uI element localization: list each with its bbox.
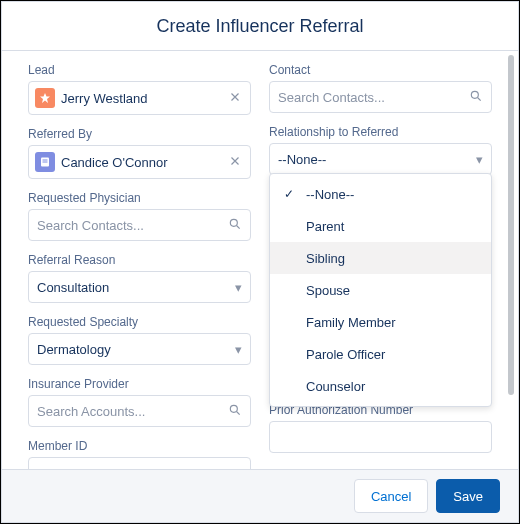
referral-reason-label: Referral Reason — [28, 253, 251, 267]
referred-by-remove-icon[interactable] — [226, 154, 244, 171]
req-physician-placeholder: Search Contacts... — [37, 218, 228, 233]
referred-by-pill[interactable]: Candice O'Connor — [28, 145, 251, 179]
relationship-picklist[interactable]: --None-- ▾ — [269, 143, 492, 175]
relationship-dropdown: --None--ParentSiblingSpouseFamily Member… — [269, 173, 492, 407]
member-id-input[interactable] — [28, 457, 251, 469]
svg-rect-2 — [43, 160, 48, 161]
svg-point-8 — [471, 91, 478, 98]
modal-header: Create Influencer Referral — [2, 2, 518, 51]
caret-down-icon: ▾ — [476, 152, 483, 167]
relationship-option[interactable]: Parole Officer — [270, 338, 491, 370]
lead-label: Lead — [28, 63, 251, 77]
referral-reason-value: Consultation — [37, 280, 109, 295]
relationship-option[interactable]: Sibling — [270, 242, 491, 274]
req-specialty-label: Requested Specialty — [28, 315, 251, 329]
caret-down-icon: ▾ — [235, 280, 242, 295]
svg-line-7 — [237, 411, 240, 414]
relationship-option[interactable]: Parent — [270, 210, 491, 242]
relationship-value: --None-- — [278, 152, 326, 167]
svg-point-6 — [230, 405, 237, 412]
modal-body: Lead Jerry Westland — [2, 51, 518, 469]
req-specialty-picklist[interactable]: Dermatology ▾ — [28, 333, 251, 365]
search-icon — [228, 403, 242, 420]
insurance-placeholder: Search Accounts... — [37, 404, 228, 419]
svg-rect-3 — [43, 162, 48, 163]
member-id-label: Member ID — [28, 439, 251, 453]
right-column: Contact Search Contacts... Relationship … — [269, 63, 492, 469]
referred-by-label: Referred By — [28, 127, 251, 141]
lead-value: Jerry Westland — [61, 91, 220, 106]
relationship-label: Relationship to Referred — [269, 125, 492, 139]
caret-down-icon: ▾ — [235, 342, 242, 357]
contact-icon — [35, 152, 55, 172]
req-physician-label: Requested Physician — [28, 191, 251, 205]
req-physician-input[interactable]: Search Contacts... — [28, 209, 251, 241]
lead-icon — [35, 88, 55, 108]
svg-line-9 — [478, 97, 481, 100]
modal-title: Create Influencer Referral — [156, 16, 363, 37]
contact-label: Contact — [269, 63, 492, 77]
cancel-button[interactable]: Cancel — [354, 479, 428, 513]
save-button[interactable]: Save — [436, 479, 500, 513]
svg-line-5 — [237, 225, 240, 228]
create-referral-modal: Create Influencer Referral Lead Jerry — [2, 2, 518, 522]
insurance-label: Insurance Provider — [28, 377, 251, 391]
relationship-option[interactable]: Family Member — [270, 306, 491, 338]
insurance-input[interactable]: Search Accounts... — [28, 395, 251, 427]
modal-footer: Cancel Save — [2, 469, 518, 522]
relationship-option[interactable]: Spouse — [270, 274, 491, 306]
lead-remove-icon[interactable] — [226, 90, 244, 107]
referred-by-value: Candice O'Connor — [61, 155, 220, 170]
search-icon — [228, 217, 242, 234]
left-column: Lead Jerry Westland — [28, 63, 251, 469]
prior-auth-input[interactable] — [269, 421, 492, 453]
search-icon — [469, 89, 483, 106]
svg-point-4 — [230, 219, 237, 226]
scrollbar[interactable] — [508, 55, 514, 395]
contact-placeholder: Search Contacts... — [278, 90, 469, 105]
svg-marker-0 — [40, 93, 50, 103]
referral-reason-picklist[interactable]: Consultation ▾ — [28, 271, 251, 303]
relationship-option[interactable]: Counselor — [270, 370, 491, 402]
contact-input[interactable]: Search Contacts... — [269, 81, 492, 113]
req-specialty-value: Dermatology — [37, 342, 111, 357]
lead-pill[interactable]: Jerry Westland — [28, 81, 251, 115]
relationship-option[interactable]: --None-- — [270, 178, 491, 210]
